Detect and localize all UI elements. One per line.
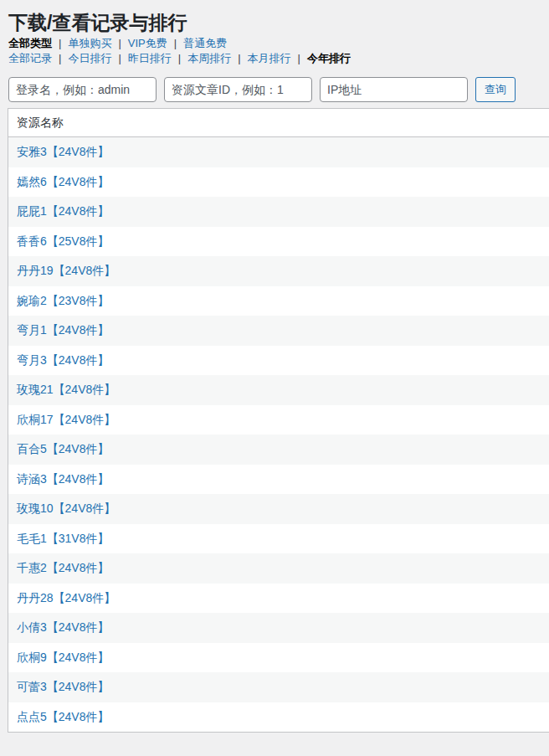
resource-name-cell: 毛毛1【31V8件】 (8, 524, 549, 554)
resource-link[interactable]: 诗涵3【24V8件】 (17, 472, 109, 486)
time-filter-item: 本月排行 (248, 52, 307, 64)
time-filter-item: 昨日排行 (128, 52, 187, 64)
resource-link[interactable]: 屁屁1【24V8件】 (17, 204, 109, 218)
time-filter-link[interactable]: 本月排行 (248, 52, 291, 64)
table-row: 安雅3【24V8件】 (8, 137, 549, 167)
resource-name-cell: 屁屁1【24V8件】 (8, 197, 549, 227)
resource-link[interactable]: 玫瑰10【24V8件】 (17, 501, 115, 515)
type-filter-item: 普通免费 (183, 37, 227, 49)
resource-link[interactable]: 毛毛1【31V8件】 (17, 532, 109, 545)
ip-address-input[interactable] (320, 77, 468, 102)
table-row: 可蕾3【24V8件】 (8, 672, 549, 702)
page-title: 下载/查看记录与排行 (8, 0, 549, 36)
resource-link[interactable]: 欣桐9【24V8件】 (17, 651, 109, 664)
resource-post-id-input[interactable] (164, 77, 312, 102)
table-row: 小倩3【24V8件】 (8, 613, 549, 643)
type-filter-link[interactable]: 普通免费 (183, 37, 227, 49)
resource-link[interactable]: 千惠2【24V8件】 (17, 561, 109, 574)
resource-name-cell: 嫣然6【24V8件】 (8, 167, 549, 198)
table-row: 丹丹28【24V8件】 (8, 584, 549, 614)
time-filter-link[interactable]: 全部记录 (8, 52, 52, 64)
resource-name-cell: 婉瑜2【23V8件】 (8, 286, 549, 316)
resource-name-cell: 小倩3【24V8件】 (8, 613, 549, 643)
resource-link[interactable]: 安雅3【24V8件】 (17, 145, 109, 158)
table-row: 点点5【24V8件】 (8, 702, 549, 733)
table-row: 玫瑰10【24V8件】 (8, 494, 549, 524)
resource-link[interactable]: 丹丹19【24V8件】 (17, 264, 115, 277)
resource-name-cell: 欣桐9【24V8件】 (8, 643, 549, 673)
resource-link[interactable]: 点点5【24V8件】 (17, 710, 109, 723)
table-row: 弯月3【24V8件】 (8, 346, 549, 376)
table-row: 嫣然6【24V8件】 (8, 167, 549, 198)
time-filter-link[interactable]: 今年排行 (307, 52, 351, 64)
type-filter-list: 全部类型单独购买VIP免费普通免费 (8, 36, 549, 51)
resource-name-cell: 丹丹28【24V8件】 (8, 584, 549, 614)
table-row: 诗涵3【24V8件】 (8, 465, 549, 495)
table-row: 屁屁1【24V8件】 (8, 197, 549, 227)
records-table: 资源名称 安雅3【24V8件】 嫣然6【24V8件】 屁屁1【24V8件】 香香… (8, 108, 549, 733)
resource-link[interactable]: 婉瑜2【23V8件】 (17, 294, 109, 307)
resource-link[interactable]: 嫣然6【24V8件】 (17, 175, 109, 188)
table-row: 千惠2【24V8件】 (8, 553, 549, 584)
time-filter-link[interactable]: 今日排行 (68, 52, 111, 64)
resource-name-cell: 百合5【24V8件】 (8, 435, 549, 465)
type-filter-item: VIP免费 (128, 37, 183, 49)
search-toolbar: 查询 (8, 77, 549, 102)
table-row: 玫瑰21【24V8件】 (8, 375, 549, 405)
resource-link[interactable]: 丹丹28【24V8件】 (17, 591, 115, 604)
resource-link[interactable]: 百合5【24V8件】 (17, 442, 109, 455)
resource-name-cell: 千惠2【24V8件】 (8, 553, 549, 584)
resource-name-cell: 香香6【25V8件】 (8, 227, 549, 257)
resource-name-cell: 欣桐17【24V8件】 (8, 405, 549, 435)
table-row: 香香6【25V8件】 (8, 227, 549, 257)
resource-link[interactable]: 欣桐17【24V8件】 (17, 413, 115, 426)
resource-link[interactable]: 可蕾3【24V8件】 (17, 680, 109, 693)
query-button[interactable]: 查询 (475, 77, 516, 102)
table-row: 欣桐9【24V8件】 (8, 643, 549, 673)
table-row: 丹丹19【24V8件】 (8, 256, 549, 286)
resource-name-cell: 诗涵3【24V8件】 (8, 465, 549, 495)
resource-name-cell: 点点5【24V8件】 (8, 702, 549, 733)
resource-name-cell: 玫瑰10【24V8件】 (8, 494, 549, 524)
resource-name-cell: 丹丹19【24V8件】 (8, 256, 549, 286)
table-row: 弯月1【24V8件】 (8, 316, 549, 346)
type-filter-link[interactable]: VIP免费 (128, 37, 167, 49)
resource-name-cell: 可蕾3【24V8件】 (8, 672, 549, 702)
resource-link[interactable]: 弯月3【24V8件】 (17, 353, 109, 367)
type-filter-item: 单独购买 (68, 37, 127, 49)
time-filter-link[interactable]: 昨日排行 (128, 52, 172, 64)
time-filter-item: 今年排行 (307, 52, 351, 64)
resource-name-cell: 弯月3【24V8件】 (8, 346, 549, 376)
login-name-input[interactable] (8, 77, 156, 102)
resource-name-cell: 玫瑰21【24V8件】 (8, 375, 549, 405)
time-filter-list: 全部记录今日排行昨日排行本周排行本月排行今年排行 (8, 51, 549, 66)
resource-link[interactable]: 小倩3【24V8件】 (17, 620, 109, 634)
resource-link[interactable]: 香香6【25V8件】 (17, 234, 109, 248)
time-filter-link[interactable]: 本周排行 (187, 52, 231, 64)
type-filter-link[interactable]: 单独购买 (68, 37, 111, 49)
resource-name-cell: 安雅3【24V8件】 (8, 137, 549, 167)
time-filter-item: 本周排行 (187, 52, 247, 64)
time-filter-item: 全部记录 (8, 52, 68, 64)
type-filter-item: 全部类型 (8, 37, 68, 49)
resource-link[interactable]: 弯月1【24V8件】 (17, 323, 109, 337)
table-body: 安雅3【24V8件】 嫣然6【24V8件】 屁屁1【24V8件】 香香6【25V… (8, 137, 549, 733)
admin-page: 下载/查看记录与排行 全部类型单独购买VIP免费普通免费 全部记录今日排行昨日排… (8, 0, 549, 733)
table-row: 欣桐17【24V8件】 (8, 405, 549, 435)
table-header-row: 资源名称 (8, 108, 549, 137)
table-row: 毛毛1【31V8件】 (8, 524, 549, 554)
table-row: 婉瑜2【23V8件】 (8, 286, 549, 316)
resource-name-cell: 弯月1【24V8件】 (8, 316, 549, 346)
resource-link[interactable]: 玫瑰21【24V8件】 (17, 383, 115, 396)
time-filter-item: 今日排行 (68, 52, 127, 64)
type-filter-link[interactable]: 全部类型 (8, 37, 52, 49)
resource-name-column-header: 资源名称 (8, 108, 549, 137)
table-row: 百合5【24V8件】 (8, 435, 549, 465)
table-head: 资源名称 (8, 108, 549, 137)
